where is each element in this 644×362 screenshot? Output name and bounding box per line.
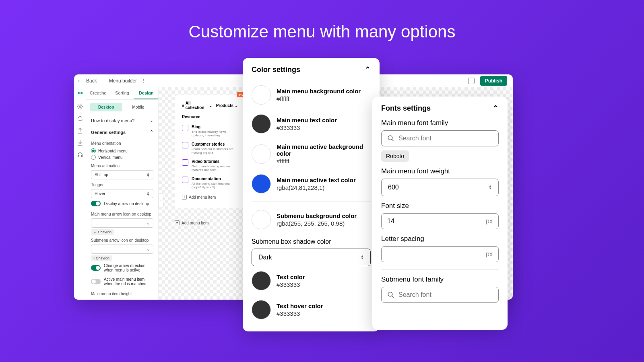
toggle-on-icon [91, 265, 101, 271]
toggle-display-arrow[interactable]: Display arrow on desktop [91, 198, 153, 209]
chevron-chip[interactable]: ⌄Chevron [91, 229, 114, 235]
resource-icon [182, 125, 188, 131]
toggle-change-arrow[interactable]: Change arrow direction when menu is acti… [91, 261, 153, 275]
dropdown-products[interactable]: Products⌄ [216, 103, 238, 108]
radio-icon [91, 155, 96, 160]
color-settings-panel: Color settings ⌃ Main menu background co… [243, 58, 380, 331]
refresh-icon[interactable] [77, 115, 83, 122]
color-swatch [252, 271, 271, 290]
menu-icon: ≡ [182, 103, 184, 108]
main-arrow-select[interactable]: ⌄ [91, 218, 153, 228]
section-general[interactable]: General settings ⌃ [86, 126, 158, 138]
search-icon [387, 291, 394, 298]
headphones-icon[interactable] [77, 152, 83, 158]
radio-checked-icon [91, 148, 96, 153]
search-icon [387, 135, 394, 142]
submenu-family-label: Submenu font family [381, 276, 499, 284]
color-row[interactable]: Main menu background color#ffffff [252, 80, 371, 109]
color-text[interactable]: Text color#333333 [252, 266, 371, 295]
section-display-label: How to display menu? [91, 118, 134, 123]
size-label: Font size [381, 202, 499, 210]
more-icon[interactable]: ⋮ [141, 78, 147, 84]
device-mobile[interactable]: Mobile [122, 103, 155, 111]
color-swatch [252, 300, 271, 319]
svg-point-2 [79, 106, 81, 107]
main-arrow-label: Main menu arrow icon on desktop [91, 212, 153, 216]
radio-vertical[interactable]: Vertical menu [91, 154, 153, 160]
letter-spacing-input[interactable]: px [381, 246, 499, 262]
device-toggle: Desktop Mobile [86, 100, 158, 115]
color-row[interactable]: Main menu active text colorrgba(24,81,22… [252, 169, 371, 198]
color-row[interactable]: Main menu text color#333333 [252, 109, 371, 138]
svg-line-4 [392, 139, 394, 141]
svg-rect-0 [78, 92, 80, 94]
back-button[interactable]: ⟵ Back [78, 78, 97, 84]
toggle-active-item[interactable]: Active main menu item when the url is ma… [91, 275, 153, 288]
shadow-select[interactable]: Dark▲▼ [252, 249, 371, 266]
icon-rail [74, 87, 86, 300]
app-icon[interactable] [77, 91, 83, 98]
download-icon[interactable] [77, 140, 83, 146]
tab-design[interactable]: Design [134, 87, 158, 99]
add-menu-item-inner[interactable]: +Add menu item [182, 191, 238, 203]
section-display[interactable]: How to display menu? ⌄ [86, 115, 158, 126]
publish-button[interactable]: Publish [480, 76, 507, 86]
font-chip-roboto[interactable]: Roboto [381, 150, 409, 162]
font-size-input[interactable]: 14px [381, 213, 499, 229]
select-updown-icon: ▲▼ [361, 255, 364, 259]
sub-arrow-select[interactable]: ⌄ [91, 245, 153, 254]
font-search-input[interactable] [398, 135, 493, 142]
font-search-input-sub[interactable] [398, 291, 493, 298]
radio-horizontal[interactable]: Horizontal menu [91, 148, 153, 154]
resource-item[interactable]: BlogThe latest industry news, updates, i… [182, 122, 238, 140]
toggle-on-icon [91, 201, 101, 206]
color-text-hover[interactable]: Text hover color#333333 [252, 295, 371, 324]
tab-sorting[interactable]: Sorting [110, 87, 134, 99]
tab-creating[interactable]: Creating [86, 87, 110, 99]
svg-rect-1 [80, 92, 83, 94]
viewport-desktop-icon[interactable] [468, 78, 475, 84]
weight-select[interactable]: 600▲▼ [381, 179, 499, 196]
dropdown-all-collection[interactable]: ≡All collection⌄ [182, 101, 212, 110]
trigger-select[interactable]: Hover▲▼ [91, 189, 153, 198]
color-swatch [252, 85, 271, 105]
color-panel-title[interactable]: Color settings ⌃ [252, 65, 371, 74]
chevron-right-icon: › [93, 256, 95, 260]
shadow-label: Submenu box shadow color [252, 238, 371, 245]
item-height-label: Main menu item height [91, 292, 153, 296]
chevron-chip-2[interactable]: ›Chevron [91, 255, 112, 261]
divider [252, 202, 371, 202]
fonts-panel-title[interactable]: Fonts settings ⌃ [381, 104, 499, 113]
device-desktop[interactable]: Desktop [90, 103, 122, 111]
unit-label: px [486, 251, 493, 258]
main-family-label: Main menu font family [381, 119, 499, 127]
resource-item[interactable]: Video tutorialsGet up and running on new… [182, 157, 238, 174]
color-row[interactable]: Main menu active background color#ffffff [252, 138, 371, 169]
collapse-sidebar-icon[interactable]: ‹ [159, 193, 163, 208]
spacing-label: Letter spacing [381, 235, 499, 243]
font-search-main[interactable] [381, 130, 499, 146]
upload-icon[interactable] [77, 128, 83, 134]
resource-icon [182, 177, 188, 183]
select-updown-icon: ▲▼ [147, 191, 150, 196]
section-general-label: General settings [91, 130, 126, 135]
color-submenu-bg[interactable]: Submenu background colorrgba(255, 255, 2… [252, 205, 371, 234]
resource-item[interactable]: DocumentationAll the boring stuff that y… [182, 174, 238, 191]
animation-select[interactable]: Shift up▲▼ [91, 170, 153, 179]
fonts-settings-panel: Fonts settings ⌃ Main menu font family R… [372, 97, 508, 330]
gear-icon[interactable] [77, 103, 83, 110]
resource-icon [182, 142, 188, 148]
chevron-up-icon: ⌃ [365, 65, 371, 74]
back-label: Back [86, 78, 97, 84]
svg-point-3 [388, 136, 392, 140]
sub-arrow-label: Submenu arrow icon on desktop [91, 238, 153, 243]
breadcrumb: Menu builder [109, 78, 137, 84]
plus-icon: + [175, 220, 180, 225]
resource-item[interactable]: Customer storiesLearn how our customers … [182, 140, 238, 157]
orientation-label: Menu orientation [91, 141, 153, 146]
font-search-submenu[interactable] [381, 287, 499, 303]
back-arrow-icon: ⟵ [78, 78, 85, 84]
chevron-up-icon: ⌃ [150, 130, 153, 135]
resource-icon [182, 159, 188, 166]
menu-preview: HOT ≡All collection⌄ Products⌄ Resource … [175, 95, 245, 208]
